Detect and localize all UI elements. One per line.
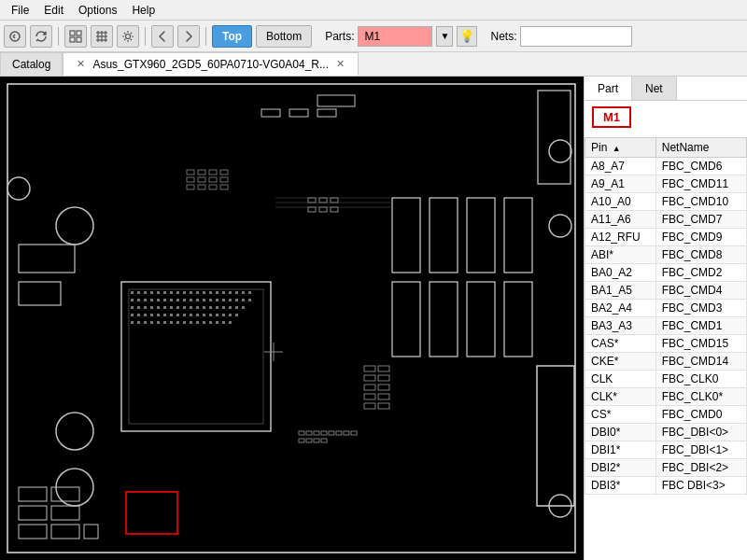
table-row[interactable]: DBI3* FBC DBI<3> bbox=[585, 477, 747, 495]
file-tab-label: Asus_GTX960_2GD5_60PA0710-VG0A04_R... bbox=[92, 58, 329, 71]
pin-cell: CLK* bbox=[585, 388, 656, 406]
toolbar-btn-grid2[interactable] bbox=[91, 25, 113, 48]
svg-rect-72 bbox=[131, 314, 134, 316]
svg-rect-95 bbox=[170, 321, 173, 324]
table-row[interactable]: CAS* FBC_CMD15 bbox=[585, 335, 747, 353]
menu-edit[interactable]: Edit bbox=[36, 2, 71, 19]
table-row[interactable]: CLK FBC_CLK0 bbox=[585, 371, 747, 388]
pin-cell: A11_A6 bbox=[585, 211, 656, 229]
svg-rect-44 bbox=[190, 299, 192, 301]
pin-cell: CAS* bbox=[585, 335, 656, 353]
svg-rect-79 bbox=[176, 314, 179, 316]
parts-label: Parts: bbox=[325, 30, 354, 43]
catalog-tab[interactable]: Catalog bbox=[0, 52, 63, 76]
svg-rect-69 bbox=[229, 306, 232, 309]
table-row[interactable]: A10_A0 FBC_CMD10 bbox=[585, 193, 747, 211]
tab-bar: Catalog ✕ Asus_GTX960_2GD5_60PA0710-VG0A… bbox=[0, 52, 747, 77]
net-cell: FBC_CMD3 bbox=[655, 300, 746, 317]
svg-rect-16 bbox=[131, 291, 134, 294]
svg-rect-39 bbox=[157, 299, 160, 301]
menu-help[interactable]: Help bbox=[124, 2, 162, 19]
svg-rect-51 bbox=[235, 299, 238, 301]
toolbar-btn-grid[interactable] bbox=[64, 25, 87, 48]
table-row[interactable]: CLK* FBC_CLK0* bbox=[585, 388, 747, 406]
toolbar-btn-arrow-right[interactable] bbox=[177, 25, 200, 48]
pcb-view[interactable]: // We'll do this in CSS/SVG more simply bbox=[0, 77, 584, 560]
net-cell: FBC DBI<3> bbox=[655, 477, 746, 495]
svg-rect-41 bbox=[170, 299, 173, 301]
pin-cell: DBI1* bbox=[585, 441, 656, 459]
part-tab[interactable]: Part bbox=[585, 77, 632, 100]
table-row[interactable]: A12_RFU FBC_CMD9 bbox=[585, 229, 747, 246]
table-row[interactable]: A9_A1 FBC_CMD11 bbox=[585, 175, 747, 193]
svg-rect-12 bbox=[0, 77, 584, 560]
bulb-button[interactable]: 💡 bbox=[457, 26, 477, 47]
table-row[interactable]: A8_A7 FBC_CMD6 bbox=[585, 158, 747, 175]
svg-rect-62 bbox=[183, 306, 186, 309]
svg-rect-48 bbox=[216, 299, 218, 301]
table-row[interactable]: CS* FBC_CMD0 bbox=[585, 406, 747, 424]
pin-cell: DBI3* bbox=[585, 477, 656, 495]
table-row[interactable]: ABI* FBC_CMD8 bbox=[585, 246, 747, 264]
svg-rect-49 bbox=[222, 299, 225, 301]
svg-rect-71 bbox=[242, 306, 245, 309]
file-tab-close2-icon[interactable]: ✕ bbox=[334, 58, 346, 70]
net-cell: FBC_DBI<1> bbox=[655, 441, 746, 459]
top-button[interactable]: Top bbox=[212, 25, 252, 48]
net-cell: FBC_CMD4 bbox=[655, 282, 746, 300]
table-row[interactable]: DBI2* FBC_DBI<2> bbox=[585, 459, 747, 477]
toolbar-btn-settings[interactable] bbox=[117, 25, 139, 48]
table-row[interactable]: BA3_A3 FBC_CMD1 bbox=[585, 317, 747, 335]
net-cell: FBC_CLK0 bbox=[655, 371, 746, 388]
svg-rect-52 bbox=[242, 299, 245, 301]
net-cell: FBC_CMD0 bbox=[655, 406, 746, 424]
pin-cell: CLK bbox=[585, 371, 656, 388]
file-tab-close-icon[interactable]: ✕ bbox=[75, 58, 87, 70]
svg-rect-81 bbox=[190, 314, 192, 316]
toolbar-btn-arrow-left[interactable] bbox=[151, 25, 174, 48]
m1-badge: M1 bbox=[592, 106, 631, 128]
svg-rect-85 bbox=[216, 314, 218, 316]
menu-options[interactable]: Options bbox=[71, 2, 124, 19]
svg-point-0 bbox=[10, 32, 20, 41]
parts-input[interactable] bbox=[358, 26, 432, 47]
net-tab[interactable]: Net bbox=[632, 77, 677, 100]
pin-table[interactable]: Pin ▲ NetName A8_A7 FBC_CMD6 A9_A1 FBC_C… bbox=[585, 137, 747, 560]
file-tab[interactable]: ✕ Asus_GTX960_2GD5_60PA0710-VG0A04_R... … bbox=[63, 52, 359, 76]
table-row[interactable]: DBI0* FBC_DBI<0> bbox=[585, 424, 747, 441]
svg-rect-1 bbox=[70, 31, 75, 35]
bottom-button[interactable]: Bottom bbox=[256, 25, 312, 48]
pin-column-header[interactable]: Pin ▲ bbox=[585, 138, 656, 158]
svg-rect-93 bbox=[157, 321, 160, 324]
pin-cell: BA0_A2 bbox=[585, 264, 656, 282]
parts-dropdown[interactable]: ▼ bbox=[436, 26, 453, 47]
svg-rect-76 bbox=[157, 314, 160, 316]
toolbar-btn-refresh[interactable] bbox=[30, 25, 52, 48]
svg-rect-102 bbox=[216, 321, 218, 324]
net-cell: FBC_DBI<0> bbox=[655, 424, 746, 441]
main-content: // We'll do this in CSS/SVG more simply bbox=[0, 77, 747, 560]
separator-1 bbox=[58, 27, 59, 46]
table-row[interactable]: BA0_A2 FBC_CMD2 bbox=[585, 264, 747, 282]
net-cell: FBC_CMD7 bbox=[655, 211, 746, 229]
net-column-header[interactable]: NetName bbox=[655, 138, 746, 158]
table-row[interactable]: BA1_A5 FBC_CMD4 bbox=[585, 282, 747, 300]
table-row[interactable]: DBI1* FBC_DBI<1> bbox=[585, 441, 747, 459]
svg-rect-104 bbox=[229, 321, 232, 324]
toolbar-btn-back[interactable] bbox=[4, 25, 26, 48]
table-row[interactable]: CKE* FBC_CMD14 bbox=[585, 353, 747, 371]
pin-cell: A8_A7 bbox=[585, 158, 656, 175]
svg-rect-42 bbox=[176, 299, 179, 301]
svg-rect-17 bbox=[137, 291, 140, 294]
panel-tabs: Part Net bbox=[585, 77, 747, 101]
net-cell: FBC_CMD14 bbox=[655, 353, 746, 371]
menu-bar: File Edit Options Help bbox=[0, 0, 747, 21]
menu-file[interactable]: File bbox=[4, 2, 36, 19]
table-row[interactable]: A11_A6 FBC_CMD7 bbox=[585, 211, 747, 229]
svg-rect-43 bbox=[183, 299, 186, 301]
nets-input[interactable] bbox=[520, 26, 632, 47]
nets-label: Nets: bbox=[490, 30, 516, 43]
table-row[interactable]: BA2_A4 FBC_CMD3 bbox=[585, 300, 747, 317]
svg-rect-22 bbox=[170, 291, 173, 294]
svg-rect-97 bbox=[183, 321, 186, 324]
